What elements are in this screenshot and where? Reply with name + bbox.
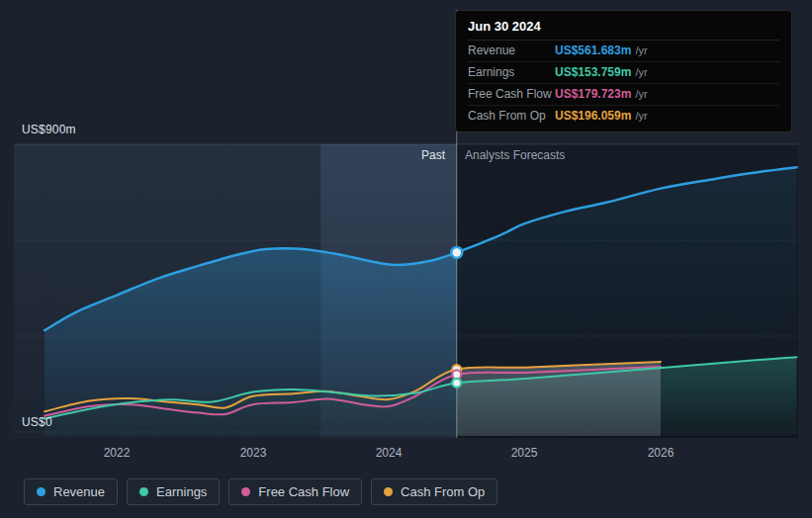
legend-item-earnings[interactable]: Earnings [127, 478, 220, 505]
legend-label: Revenue [53, 484, 105, 499]
tooltip-suffix: /yr [635, 88, 647, 100]
tooltip-row-cash-from-op: Cash From Op US$196.059m /yr [468, 106, 779, 127]
legend-label: Free Cash Flow [258, 484, 349, 499]
tooltip-row-earnings: Earnings US$153.759m /yr [468, 62, 779, 84]
chart-legend: Revenue Earnings Free Cash Flow Cash Fro… [24, 478, 497, 505]
tooltip-value: US$153.759m [555, 65, 631, 79]
tooltip-suffix: /yr [635, 66, 647, 78]
tooltip-suffix: /yr [635, 44, 647, 56]
tooltip-row-free-cash-flow: Free Cash Flow US$179.723m /yr [468, 84, 779, 106]
tooltip-label: Earnings [468, 65, 555, 79]
section-label-forecast: Analysts Forecasts [465, 148, 565, 162]
tooltip-value: US$179.723m [555, 87, 631, 101]
x-tick-2022: 2022 [104, 446, 131, 460]
legend-item-revenue[interactable]: Revenue [24, 478, 118, 505]
tooltip-label: Cash From Op [468, 109, 555, 123]
tooltip-value: US$196.059m [555, 109, 631, 123]
x-tick-2024: 2024 [376, 446, 403, 460]
tooltip-label: Free Cash Flow [468, 87, 555, 101]
tooltip-suffix: /yr [635, 110, 647, 122]
earnings-revenue-growth-chart: US$900m US$0 Past Analysts Forecasts 202… [0, 0, 812, 518]
revenue-legend-dot [37, 487, 45, 496]
free-cash-flow-legend-dot [241, 487, 250, 496]
tooltip-value: US$561.683m [555, 43, 631, 57]
earnings-legend-dot [139, 487, 148, 496]
x-tick-2023: 2023 [240, 446, 267, 460]
tooltip-row-revenue: Revenue US$561.683m /yr [468, 41, 779, 62]
x-tick-2025: 2025 [511, 446, 538, 460]
y-axis-label-min: US$0 [22, 415, 52, 429]
tooltip-label: Revenue [468, 43, 555, 57]
legend-label: Cash From Op [401, 484, 485, 499]
cash-from-op-legend-dot [384, 487, 393, 496]
legend-item-cash-from-op[interactable]: Cash From Op [371, 478, 497, 505]
x-tick-2026: 2026 [648, 446, 675, 460]
y-axis-label-max: US$900m [22, 123, 76, 136]
legend-label: Earnings [156, 484, 207, 499]
data-tooltip: Jun 30 2024 Revenue US$561.683m /yr Earn… [455, 10, 792, 132]
legend-item-free-cash-flow[interactable]: Free Cash Flow [228, 478, 362, 505]
section-label-past: Past [346, 148, 445, 162]
tooltip-date: Jun 30 2024 [468, 19, 779, 41]
